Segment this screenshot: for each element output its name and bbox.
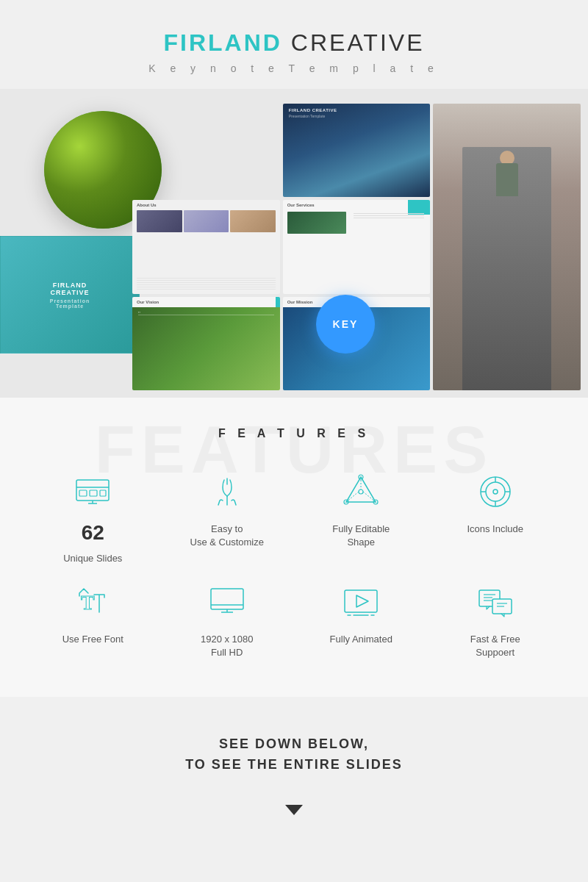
svg-rect-4 <box>100 490 106 496</box>
slides-icon <box>71 470 115 514</box>
features-section: FEATURES F E A T U R E S 62 Unique Slide… <box>0 398 588 697</box>
unique-slides-number: 62 <box>82 523 104 543</box>
main-title: FIRLAND CREATIVE <box>15 29 573 57</box>
animated-label: Fully Animated <box>330 633 392 646</box>
shape-icon <box>339 470 383 514</box>
editable-shape-label: Fully EditableShape <box>332 523 390 549</box>
feature-unique-slides: 62 Unique Slides <box>29 470 157 565</box>
easy-to-use-label: Easy toUse & Customize <box>190 523 264 549</box>
feature-support: Fast & FreeSuppoert <box>432 580 559 659</box>
svg-point-16 <box>486 482 505 501</box>
slide-thumb-3: Our Services <box>283 200 431 293</box>
icons-icon <box>473 470 517 514</box>
key-badge: KEY <box>316 295 375 354</box>
slide-thumb-2: About Us <box>132 200 280 293</box>
unique-slides-label: Unique Slides <box>63 552 122 565</box>
teal-panel-text: FIRLAND CREATIVE Presentation Template <box>35 282 104 309</box>
play-icon <box>339 580 383 624</box>
feature-easy-to-use: Easy toUse & Customize <box>164 470 291 565</box>
feature-full-hd: 1920 x 1080Full HD <box>164 580 291 659</box>
preview-section: FIRLAND CREATIVE Presentation Template F… <box>0 89 588 398</box>
slide-thumb-4: Our Vision " <box>132 297 280 390</box>
svg-rect-27 <box>345 590 377 612</box>
cta-title: SEE DOWN BELOW, TO SEE THE ENTIRE SLIDES <box>15 734 573 776</box>
svg-text:T: T <box>81 591 95 614</box>
free-font-label: Use Free Font <box>62 633 123 646</box>
title-rest: CREATIVE <box>282 29 425 56</box>
cta-line1: SEE DOWN BELOW, <box>219 736 369 751</box>
title-accent: FIRLAND <box>164 29 282 56</box>
svg-rect-3 <box>90 490 97 496</box>
subtitle: K e y n o t e T e m p l a t e <box>15 62 573 74</box>
features-grid: 62 Unique Slides Easy toUse & Customize <box>15 470 573 682</box>
slide-thumb-1: FIRLAND CREATIVE Presentation Template <box>283 104 431 197</box>
support-icon <box>473 580 517 624</box>
svg-marker-28 <box>356 595 368 607</box>
svg-rect-23 <box>211 589 243 609</box>
svg-rect-2 <box>79 490 87 496</box>
svg-point-21 <box>493 490 498 494</box>
feature-icons-include: Icons Include <box>432 470 559 565</box>
feature-free-font: T Use Free Font <box>29 580 157 659</box>
touch-icon <box>205 470 249 514</box>
features-title: F E A T U R E S <box>15 427 573 440</box>
support-label: Fast & FreeSuppoert <box>470 633 520 659</box>
down-arrow-icon <box>285 805 303 815</box>
full-hd-label: 1920 x 1080Full HD <box>201 633 254 659</box>
page-header: FIRLAND CREATIVE K e y n o t e T e m p l… <box>0 0 588 89</box>
svg-point-11 <box>359 490 363 494</box>
monitor-icon <box>205 580 249 624</box>
slide-thumb-6 <box>433 104 581 390</box>
cta-section: SEE DOWN BELOW, TO SEE THE ENTIRE SLIDES <box>0 697 588 841</box>
teal-slide-panel: FIRLAND CREATIVE Presentation Template <box>0 236 140 354</box>
feature-animated: Fully Animated <box>298 580 425 659</box>
feature-editable-shape: Fully EditableShape <box>298 470 425 565</box>
icons-include-label: Icons Include <box>467 523 523 536</box>
font-icon: T <box>71 580 115 624</box>
cta-line2: TO SEE THE ENTIRE SLIDES <box>185 757 403 772</box>
